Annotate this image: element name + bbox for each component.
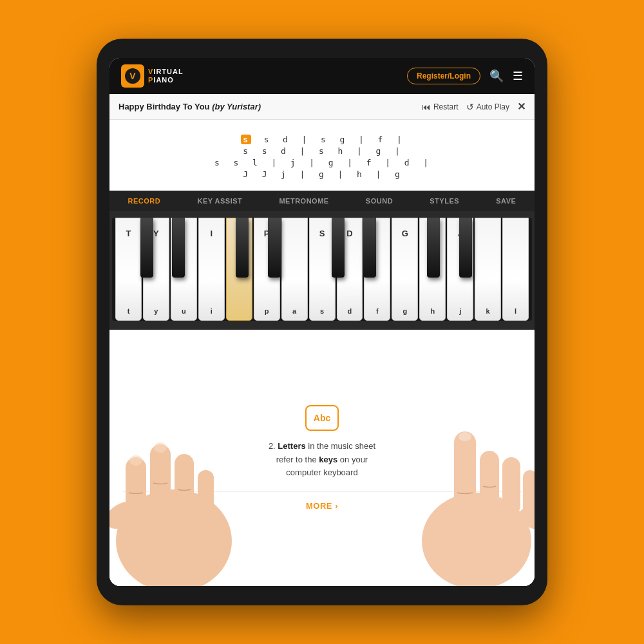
close-button[interactable]: ✕ xyxy=(517,100,526,113)
key-G[interactable]: Gg xyxy=(392,218,418,321)
key-I[interactable]: Ii xyxy=(198,218,225,321)
svg-point-8 xyxy=(129,455,142,466)
toolbar-record[interactable]: RECORD xyxy=(128,197,161,205)
key-H[interactable]: Hh xyxy=(419,218,446,321)
svg-text:V: V xyxy=(129,71,136,81)
sheet-line-2: s s d | s h | g | xyxy=(243,146,401,156)
sheet-area: s s d | s g | f | s s d | s h | g | s s … xyxy=(109,120,535,191)
search-icon[interactable]: 🔍 xyxy=(489,69,504,83)
keys-word: keys xyxy=(319,455,337,464)
key-S[interactable]: Ss xyxy=(309,218,336,321)
toolbar-sound[interactable]: SOUND xyxy=(366,197,393,205)
logo-icon: V xyxy=(121,64,144,88)
white-keys: Tt Yy u Ii O Pp a Ss Dd f Gg Hh Jj k l xyxy=(115,218,529,321)
autoplay-button[interactable]: ↺ Auto Play xyxy=(466,102,509,112)
key-u[interactable]: u xyxy=(171,218,197,321)
sheet-line-4: J J j | g | h | g xyxy=(243,169,401,179)
key-O[interactable]: O xyxy=(226,218,252,321)
restart-button[interactable]: ⏮ Restart xyxy=(422,102,459,112)
header-right: Register/Login 🔍 ☰ xyxy=(407,68,523,84)
key-T[interactable]: Tt xyxy=(115,218,142,321)
key-J[interactable]: Jj xyxy=(447,218,473,321)
toolbar-key-assist[interactable]: KEY ASSIST xyxy=(197,197,242,205)
right-hand xyxy=(348,393,535,586)
info-text-2: in the music sheet xyxy=(308,441,375,451)
register-login-button[interactable]: Register/Login xyxy=(407,68,480,84)
toolbar-metronome[interactable]: METRONOME xyxy=(279,197,328,205)
tablet: V VIRTUALPIANO Register/Login 🔍 ☰ Happy … xyxy=(97,39,547,605)
sheet-line-1: s s d | s g | f | xyxy=(241,135,403,144)
step-number: 2. xyxy=(269,441,276,451)
screen: V VIRTUALPIANO Register/Login 🔍 ☰ Happy … xyxy=(109,58,535,586)
header: V VIRTUALPIANO Register/Login 🔍 ☰ xyxy=(109,58,535,94)
more-button[interactable]: MORE › xyxy=(122,491,522,511)
info-text-5: computer keyboard xyxy=(286,468,357,477)
song-author: (by Yuristar) xyxy=(212,102,261,111)
toolbar: RECORD KEY ASSIST METRONOME SOUND STYLES… xyxy=(109,191,535,211)
song-title: Happy Birthday To You (by Yuristar) xyxy=(118,102,261,111)
svg-point-9 xyxy=(154,442,167,453)
letters-word: Letters xyxy=(278,441,305,451)
key-f[interactable]: f xyxy=(364,218,390,321)
key-a[interactable]: a xyxy=(281,218,308,321)
piano: Tt Yy u Ii O Pp a Ss Dd f Gg Hh Jj k l xyxy=(112,218,532,321)
info-text-3: refer to the xyxy=(276,455,317,464)
key-Y[interactable]: Yy xyxy=(143,218,169,321)
toolbar-styles[interactable]: STYLES xyxy=(430,197,459,205)
svg-point-16 xyxy=(459,432,471,441)
info-text-4: on your xyxy=(340,455,368,464)
key-D[interactable]: Dd xyxy=(337,218,363,321)
key-l[interactable]: l xyxy=(502,218,529,321)
key-P[interactable]: Pp xyxy=(254,218,280,321)
key-k[interactable]: k xyxy=(475,218,501,321)
svg-rect-15 xyxy=(523,470,535,518)
sheet-line-3: s s l | j | g | f | d | xyxy=(214,158,430,167)
song-controls: ⏮ Restart ↺ Auto Play ✕ xyxy=(422,100,526,113)
menu-icon[interactable]: ☰ xyxy=(513,69,523,83)
toolbar-save[interactable]: SAVE xyxy=(496,197,516,205)
info-text: 2. Letters in the music sheet refer to t… xyxy=(269,440,375,480)
piano-container: Tt Yy u Ii O Pp a Ss Dd f Gg Hh Jj k l xyxy=(109,211,535,330)
info-area: Abc 2. Letters in the music sheet refer … xyxy=(109,330,535,586)
abc-badge: Abc xyxy=(305,405,339,431)
song-bar: Happy Birthday To You (by Yuristar) ⏮ Re… xyxy=(109,94,535,120)
logo-text: VIRTUALPIANO xyxy=(148,68,184,84)
logo-area: V VIRTUALPIANO xyxy=(121,64,184,88)
